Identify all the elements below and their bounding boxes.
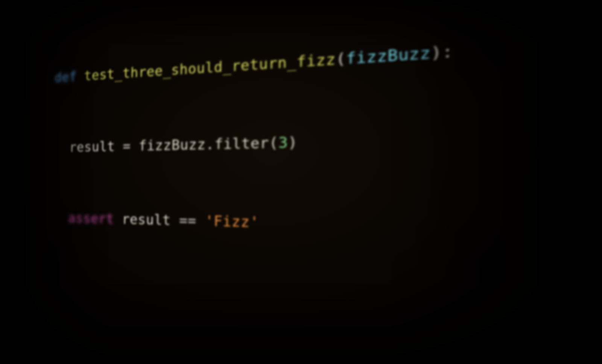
keyword-assert: assert <box>68 210 114 227</box>
keyword-def: def <box>55 68 77 85</box>
code-line: result = fizzBuzz.filter(3) <box>0 106 602 160</box>
code-content: assert result == 'Fizz' <box>37 206 602 261</box>
code-line: def test_three_should_return_fizz(fizzBu… <box>0 0 602 93</box>
function-name: test_three_should_return_fizz <box>84 50 336 83</box>
blank-line <box>0 295 602 364</box>
code-line: assert result == 'Fizz' <box>0 205 602 261</box>
string-literal: 'Fizz' <box>205 212 259 231</box>
code-content: def test_three_should_return_fizz(fizzBu… <box>39 0 602 90</box>
identifier: result <box>69 138 115 155</box>
line-gutter <box>0 152 38 153</box>
line-gutter <box>0 83 39 86</box>
line-gutter <box>0 220 37 221</box>
code-sheet: def test_three_should_return_fizz(fizzBu… <box>0 0 602 364</box>
code-content: result = fizzBuzz.filter(3) <box>38 106 602 159</box>
parameter: fizzBuzz <box>346 44 431 68</box>
number-literal: 3 <box>278 133 288 151</box>
monitor-viewport: def test_three_should_return_fizz(fizzBu… <box>0 0 602 364</box>
